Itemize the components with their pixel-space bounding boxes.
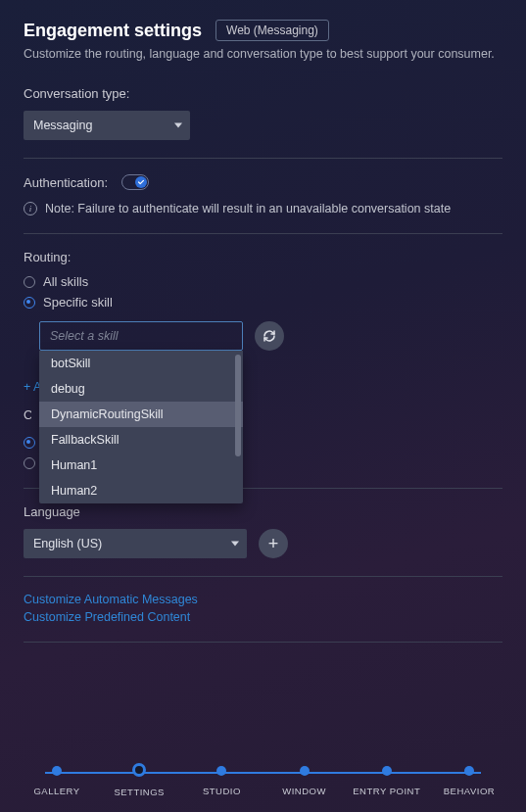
divider: [24, 642, 502, 643]
stepper-label: SETTINGS: [114, 787, 165, 797]
skill-option[interactable]: Human2: [39, 478, 243, 503]
radio-icon: [24, 457, 35, 469]
chevron-down-icon: [174, 123, 182, 128]
page-title: Engagement settings: [24, 21, 202, 41]
routing-radio-all[interactable]: All skills: [24, 274, 502, 289]
plus-icon: +: [268, 534, 279, 554]
info-icon: i: [24, 202, 37, 215]
stepper-dot: [216, 766, 226, 776]
obscured-section-label: Co: [24, 410, 31, 425]
stepper-dot: [382, 766, 392, 776]
language-label: Language: [24, 504, 502, 519]
language-select[interactable]: English (US): [24, 529, 247, 558]
divider: [24, 576, 502, 577]
skill-option[interactable]: Human1: [39, 453, 243, 478]
authentication-note: Note: Failure to authenticate will resul…: [45, 202, 451, 215]
stepper-step[interactable]: WINDOW: [269, 766, 340, 796]
refresh-icon: [262, 328, 277, 344]
radio-icon: [24, 297, 35, 309]
stepper-label: GALLERY: [33, 786, 79, 796]
toggle-knob: [135, 176, 147, 188]
skill-option[interactable]: DynamicRoutingSkill: [39, 402, 243, 427]
routing-label: Routing:: [24, 250, 502, 264]
skill-option[interactable]: debug: [39, 376, 243, 402]
add-language-button[interactable]: +: [259, 529, 288, 558]
radio-icon: [24, 437, 35, 449]
chevron-down-icon: [231, 542, 239, 547]
divider: [24, 233, 502, 234]
wizard-stepper: GALLERYSETTINGSSTUDIOWINDOWENTRY POINTBE…: [0, 757, 526, 812]
routing-radio-specific[interactable]: Specific skill: [24, 295, 502, 310]
conversation-type-label: Conversation type:: [24, 86, 502, 101]
stepper-label: BEHAVIOR: [444, 786, 495, 796]
stepper-label: WINDOW: [282, 786, 326, 796]
stepper-step[interactable]: STUDIO: [186, 766, 257, 796]
stepper-step[interactable]: BEHAVIOR: [434, 766, 504, 796]
stepper-step[interactable]: SETTINGS: [104, 765, 174, 797]
conversation-type-value: Messaging: [33, 119, 92, 132]
authentication-label: Authentication:: [24, 175, 108, 190]
stepper-dot: [132, 763, 146, 777]
divider: [24, 158, 502, 159]
authentication-toggle[interactable]: [121, 174, 149, 190]
skill-dropdown[interactable]: botSkilldebugDynamicRoutingSkillFallback…: [39, 351, 243, 503]
stepper-step[interactable]: ENTRY POINT: [352, 766, 422, 796]
stepper-dot: [464, 766, 474, 776]
check-icon: [137, 178, 145, 186]
skill-option[interactable]: botSkill: [39, 351, 243, 376]
stepper-label: STUDIO: [203, 786, 241, 796]
stepper-label: ENTRY POINT: [353, 786, 420, 796]
skill-option[interactable]: FallbackSkill: [39, 427, 243, 453]
refresh-skills-button[interactable]: [255, 321, 284, 351]
channel-badge: Web (Messaging): [215, 20, 329, 41]
routing-specific-label: Specific skill: [43, 295, 113, 310]
radio-icon: [24, 276, 35, 288]
routing-all-label: All skills: [43, 274, 88, 289]
customize-predefined-content-link[interactable]: Customize Predefined Content: [24, 610, 502, 624]
scrollbar[interactable]: [235, 355, 241, 500]
customize-automatic-messages-link[interactable]: Customize Automatic Messages: [24, 593, 502, 606]
stepper-step[interactable]: GALLERY: [22, 766, 92, 796]
skill-select-input[interactable]: [39, 321, 243, 351]
stepper-dot: [300, 766, 310, 776]
page-subtitle: Customize the routing, language and conv…: [24, 47, 502, 61]
scrollbar-thumb[interactable]: [235, 355, 241, 456]
conversation-type-select[interactable]: Messaging: [24, 111, 190, 140]
language-value: English (US): [33, 537, 102, 550]
stepper-dot: [52, 766, 62, 776]
